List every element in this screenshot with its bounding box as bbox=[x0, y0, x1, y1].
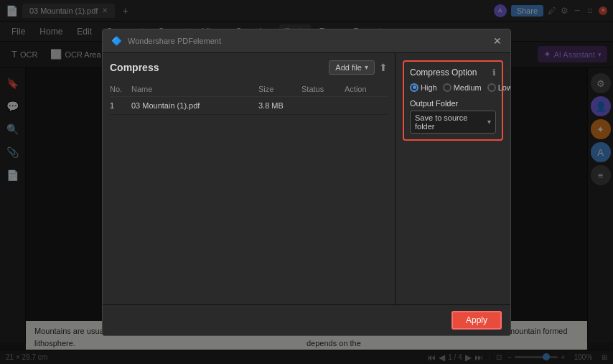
compress-options-section: Compress Option ℹ High Medium bbox=[403, 60, 503, 141]
file-list-panel: Compress Add file ▾ ⬆ No. Name Size bbox=[103, 53, 396, 304]
quality-radio-group: High Medium Low bbox=[410, 83, 496, 92]
compress-info-icon[interactable]: ℹ bbox=[492, 67, 496, 78]
radio-low[interactable]: Low bbox=[487, 83, 511, 92]
modal-footer: Apply bbox=[103, 304, 510, 335]
output-folder-select[interactable]: Save to source folder ▾ bbox=[410, 111, 496, 134]
add-file-label: Add file bbox=[335, 63, 362, 72]
modal-body: Compress Add file ▾ ⬆ No. Name Size bbox=[103, 53, 510, 304]
col-name: Name bbox=[131, 85, 258, 93]
modal-app-name-text: Wondershare PDFelement bbox=[128, 37, 221, 45]
radio-medium-dot bbox=[443, 83, 451, 92]
upload-icon[interactable]: ⬆ bbox=[379, 62, 388, 73]
radio-high[interactable]: High bbox=[410, 83, 437, 92]
col-no: No. bbox=[110, 85, 131, 93]
output-folder-chevron-icon: ▾ bbox=[487, 118, 491, 126]
table-row: 1 03 Mountain (1).pdf 3.8 MB bbox=[110, 97, 388, 115]
file-table: No. Name Size Status Action 1 03 Mountai… bbox=[110, 82, 388, 115]
compress-options-title: Compress Option bbox=[410, 67, 477, 78]
output-folder-value: Save to source folder bbox=[415, 113, 487, 131]
radio-high-dot bbox=[410, 83, 418, 92]
compress-title: Compress bbox=[110, 62, 159, 73]
radio-low-label: Low bbox=[498, 83, 511, 92]
options-section-header: Compress Option ℹ bbox=[410, 67, 496, 78]
row-size: 3.8 MB bbox=[258, 101, 301, 110]
output-folder-label: Output Folder bbox=[410, 99, 496, 108]
radio-medium-label: Medium bbox=[454, 83, 482, 92]
row-name: 03 Mountain (1).pdf bbox=[131, 101, 258, 110]
modal-header: 🔷 Wondershare PDFelement ✕ bbox=[103, 29, 510, 53]
modal-close-button[interactable]: ✕ bbox=[493, 35, 502, 47]
col-status: Status bbox=[301, 85, 345, 93]
table-header: No. Name Size Status Action bbox=[110, 82, 388, 97]
col-action: Action bbox=[345, 85, 388, 93]
modal-overlay: 🔷 Wondershare PDFelement ✕ Compress Add … bbox=[0, 0, 613, 364]
row-no: 1 bbox=[110, 101, 131, 110]
radio-low-dot bbox=[487, 83, 496, 92]
options-panel: Compress Option ℹ High Medium bbox=[396, 53, 510, 304]
radio-medium[interactable]: Medium bbox=[443, 83, 482, 92]
add-file-dropdown-icon: ▾ bbox=[365, 63, 368, 71]
file-list-header: Compress Add file ▾ ⬆ bbox=[110, 60, 388, 75]
apply-button[interactable]: Apply bbox=[451, 311, 502, 330]
compress-modal: 🔷 Wondershare PDFelement ✕ Compress Add … bbox=[102, 29, 511, 336]
modal-app-name: 🔷 Wondershare PDFelement bbox=[111, 36, 221, 46]
add-file-button[interactable]: Add file ▾ bbox=[329, 60, 375, 75]
wondershare-logo-icon: 🔷 bbox=[111, 36, 122, 46]
col-size: Size bbox=[258, 85, 301, 93]
file-list-actions: Add file ▾ ⬆ bbox=[329, 60, 388, 75]
radio-high-label: High bbox=[421, 83, 437, 92]
